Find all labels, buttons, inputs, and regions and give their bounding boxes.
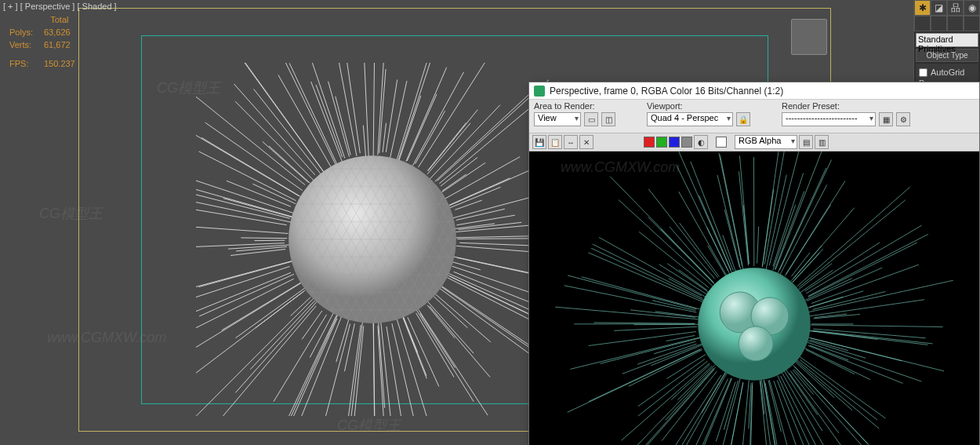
svg-line-152 — [810, 345, 848, 360]
svg-line-145 — [810, 331, 877, 340]
motion-tab[interactable]: ◉ — [964, 0, 980, 16]
channel-alpha[interactable] — [681, 137, 692, 148]
svg-line-155 — [806, 350, 855, 374]
primitive-dropdown[interactable]: Standard Primitives — [916, 33, 978, 47]
svg-line-82 — [201, 137, 301, 197]
svg-line-109 — [386, 80, 397, 153]
verts-label: Verts: — [5, 39, 38, 50]
viewport-dropdown[interactable]: Quad 4 - Perspec — [647, 112, 733, 126]
lock-viewport-button[interactable]: 🔒 — [736, 112, 750, 126]
fps-label: FPS: — [5, 58, 38, 69]
svg-line-230 — [568, 275, 696, 309]
overlay-toggle-b[interactable]: ▥ — [815, 135, 829, 149]
svg-line-210 — [629, 350, 702, 386]
cameras-tab[interactable] — [964, 16, 980, 31]
svg-line-213 — [622, 344, 702, 374]
svg-line-54 — [291, 297, 311, 316]
svg-line-15 — [441, 287, 537, 353]
bg-color-swatch[interactable] — [716, 137, 727, 148]
clone-button[interactable]: ↔ — [564, 135, 578, 149]
svg-line-94 — [289, 63, 337, 165]
svg-line-70 — [241, 238, 287, 239]
watermark: CG模型王 — [337, 416, 401, 435]
channel-green[interactable] — [656, 137, 667, 148]
area-to-render-dropdown[interactable]: View — [534, 112, 581, 126]
svg-line-127 — [442, 174, 466, 191]
render-button[interactable]: ▦ — [879, 112, 893, 126]
overlay-toggle-a[interactable]: ▤ — [799, 135, 813, 149]
channel-dropdown[interactable]: RGB Alpha — [735, 135, 797, 149]
svg-line-17 — [434, 294, 491, 342]
channel-red[interactable] — [644, 137, 655, 148]
svg-line-32 — [381, 321, 397, 416]
svg-line-255 — [724, 210, 739, 268]
svg-line-289 — [808, 243, 917, 297]
svg-line-137 — [456, 215, 514, 225]
viewport-label[interactable]: [ + ] [ Perspective ] [ Shaded ] — [3, 2, 117, 11]
svg-line-5 — [451, 261, 481, 270]
svg-line-288 — [806, 225, 921, 294]
svg-line-295 — [809, 280, 953, 312]
svg-line-165 — [790, 371, 839, 433]
svg-line-146 — [808, 330, 927, 345]
svg-line-277 — [791, 253, 810, 276]
svg-line-105 — [373, 63, 375, 157]
create-tab[interactable]: ✱ — [914, 0, 931, 16]
svg-line-40 — [344, 323, 354, 371]
svg-line-234 — [599, 237, 706, 297]
svg-line-278 — [786, 181, 845, 274]
svg-line-185 — [730, 383, 743, 445]
svg-line-224 — [593, 323, 695, 323]
svg-line-215 — [654, 341, 696, 354]
virus-model-viewport[interactable] — [196, 63, 549, 416]
svg-line-72 — [196, 224, 289, 233]
svg-line-100 — [327, 63, 357, 156]
shapes-tab[interactable] — [931, 16, 947, 31]
svg-line-186 — [739, 380, 749, 445]
svg-line-35 — [379, 320, 385, 407]
svg-line-130 — [450, 187, 501, 207]
svg-line-294 — [811, 264, 919, 303]
svg-line-89 — [235, 101, 314, 181]
autoregion-button[interactable]: ◫ — [601, 112, 615, 126]
geometry-tab[interactable] — [914, 16, 931, 31]
render-setup-button[interactable]: ⚙ — [896, 112, 910, 126]
viewcube[interactable] — [791, 19, 827, 55]
render-frame-window[interactable]: Perspective, frame 0, RGBA Color 16 Bits… — [528, 82, 980, 445]
svg-point-141 — [289, 155, 456, 323]
svg-line-197 — [664, 375, 721, 445]
lights-tab[interactable] — [947, 16, 964, 31]
hierarchy-tab[interactable]: 品 — [947, 0, 964, 16]
copy-image-button[interactable]: 📋 — [548, 135, 562, 149]
channel-blue[interactable] — [669, 137, 680, 148]
svg-line-283 — [799, 200, 906, 287]
render-preset-dropdown[interactable]: ------------------------- — [782, 112, 876, 126]
svg-line-111 — [390, 81, 407, 158]
svg-line-205 — [671, 364, 710, 399]
svg-line-114 — [407, 94, 437, 161]
render-window-title: Perspective, frame 0, RGBA Color 16 Bits… — [550, 86, 783, 97]
svg-line-125 — [435, 89, 535, 181]
svg-line-129 — [445, 157, 520, 199]
svg-point-305 — [739, 326, 773, 361]
svg-line-64 — [196, 266, 290, 312]
svg-line-243 — [610, 177, 713, 283]
svg-line-59 — [196, 283, 301, 364]
clear-button[interactable]: ✕ — [579, 135, 593, 149]
region-button[interactable]: ▭ — [584, 112, 598, 126]
svg-line-164 — [794, 369, 868, 445]
svg-line-254 — [691, 162, 734, 271]
svg-line-97 — [316, 85, 343, 157]
modify-tab[interactable]: ◪ — [931, 0, 947, 16]
svg-line-87 — [269, 146, 310, 184]
render-output-canvas[interactable]: www.CGMXW.com — [529, 151, 979, 445]
autogrid-checkbox[interactable]: AutoGrid — [919, 67, 975, 78]
save-image-button[interactable]: 💾 — [532, 135, 546, 149]
render-window-titlebar[interactable]: Perspective, frame 0, RGBA Color 16 Bits… — [529, 82, 979, 100]
mono-toggle[interactable]: ◐ — [694, 135, 708, 149]
svg-line-39 — [351, 320, 363, 416]
svg-line-198 — [662, 371, 717, 441]
svg-line-239 — [667, 264, 709, 293]
svg-line-63 — [199, 261, 294, 286]
svg-line-263 — [757, 227, 759, 264]
